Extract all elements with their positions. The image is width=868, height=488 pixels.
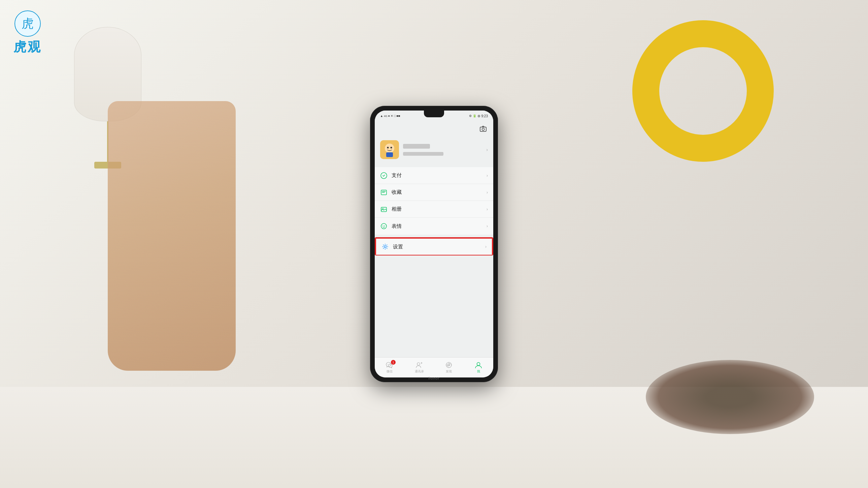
avatar: [380, 140, 399, 159]
nav-item-wechat[interactable]: 1 微信: [375, 361, 404, 374]
favorites-icon: [380, 189, 388, 196]
favorites-arrow: ›: [487, 190, 488, 195]
settings-icon: [381, 243, 389, 250]
status-left: ▲ 4G ● ✕ □ ■■: [380, 114, 400, 118]
settings-label: 设置: [393, 244, 481, 250]
emoji-icon: [380, 223, 388, 230]
menu-item-album[interactable]: 相册 ›: [375, 201, 493, 218]
phone-brand-text: honor: [428, 376, 439, 380]
album-arrow: ›: [487, 207, 488, 212]
discover-nav-label: 发现: [446, 369, 452, 374]
wechat-nav-icon: 1: [385, 361, 394, 369]
watermark-text: 虎观: [13, 38, 42, 56]
payment-label: 支付: [392, 172, 483, 179]
settings-highlight-box: 设置 ›: [375, 237, 493, 255]
phone-body: ▲ 4G ● ✕ □ ■■ ⚙ 🔋 ⚙ 9:23: [370, 106, 498, 382]
camera-button[interactable]: [478, 124, 488, 134]
settings-status-icon: ⚙: [469, 114, 472, 118]
app-content: › 支付 ›: [375, 121, 493, 377]
wechat-nav-label: 微信: [386, 369, 393, 374]
battery-icon: 🔋: [473, 114, 476, 118]
svg-point-17: [417, 363, 420, 365]
bottom-nav: 1 微信 通讯录: [375, 357, 493, 377]
signal-bars: 4G: [384, 115, 388, 118]
profile-section[interactable]: ›: [375, 136, 493, 165]
svg-point-3: [482, 128, 485, 131]
bg-pine: [646, 360, 814, 434]
svg-point-15: [384, 226, 385, 226]
phone-notch: [424, 111, 444, 117]
watermark: 虎 虎观: [13, 10, 42, 56]
svg-point-13: [381, 224, 386, 229]
nav-item-me[interactable]: 我: [464, 361, 493, 374]
svg-point-20: [477, 363, 480, 366]
album-label: 相册: [392, 206, 483, 212]
contacts-nav-icon: [415, 361, 423, 369]
wechat-badge: 1: [391, 360, 396, 365]
wifi-icon: ●: [388, 114, 390, 118]
me-nav-label: 我: [477, 369, 480, 374]
nav-item-contacts[interactable]: 通讯录: [404, 361, 434, 374]
contacts-nav-label: 通讯录: [415, 369, 424, 374]
menu-item-emoji[interactable]: 表情 ›: [375, 218, 493, 235]
svg-text:虎: 虎: [22, 17, 34, 30]
svg-point-6: [387, 147, 389, 149]
favorites-label: 收藏: [392, 189, 483, 196]
svg-rect-8: [386, 152, 393, 157]
payment-arrow: ›: [487, 173, 488, 178]
payment-icon: [380, 172, 388, 179]
profile-arrow: ›: [486, 147, 488, 152]
album-icon: [380, 206, 388, 213]
settings-arrow: ›: [485, 244, 487, 249]
me-nav-icon: [474, 361, 483, 369]
emoji-arrow: ›: [487, 224, 488, 229]
emoji-label: 表情: [392, 223, 483, 230]
discover-nav-icon: [445, 361, 453, 369]
empty-content-area: [375, 255, 493, 357]
svg-point-16: [384, 246, 386, 248]
profile-wechat-id: [403, 152, 443, 156]
app-topbar: [375, 121, 493, 136]
menu-section-1: 支付 › 收藏 ›: [375, 167, 493, 235]
svg-point-14: [383, 226, 383, 226]
menu-item-payment[interactable]: 支付 ›: [375, 167, 493, 184]
phone-screen: ▲ 4G ● ✕ □ ■■ ⚙ 🔋 ⚙ 9:23: [375, 111, 493, 377]
bg-torus: [632, 20, 774, 162]
nav-item-discover[interactable]: 发现: [434, 361, 464, 374]
phone-wrapper: ▲ 4G ● ✕ □ ■■ ⚙ 🔋 ⚙ 9:23: [370, 106, 498, 382]
bg-hand: [108, 101, 236, 371]
profile-info: [403, 144, 482, 156]
silent-icon: ✕: [391, 114, 393, 118]
notification-icons: ■■: [396, 114, 400, 118]
menu-item-settings[interactable]: 设置 ›: [375, 238, 493, 255]
svg-rect-2: [480, 127, 486, 132]
menu-item-favorites[interactable]: 收藏 ›: [375, 184, 493, 201]
time-display: ⚙ 9:23: [477, 114, 488, 118]
svg-point-7: [391, 147, 392, 149]
svg-point-5: [385, 144, 394, 153]
status-right: ⚙ 🔋 ⚙ 9:23: [469, 114, 488, 118]
svg-point-19: [448, 365, 450, 366]
nfc-icon: □: [394, 114, 396, 118]
profile-name: [403, 144, 430, 149]
signal-icon: ▲: [380, 114, 383, 118]
